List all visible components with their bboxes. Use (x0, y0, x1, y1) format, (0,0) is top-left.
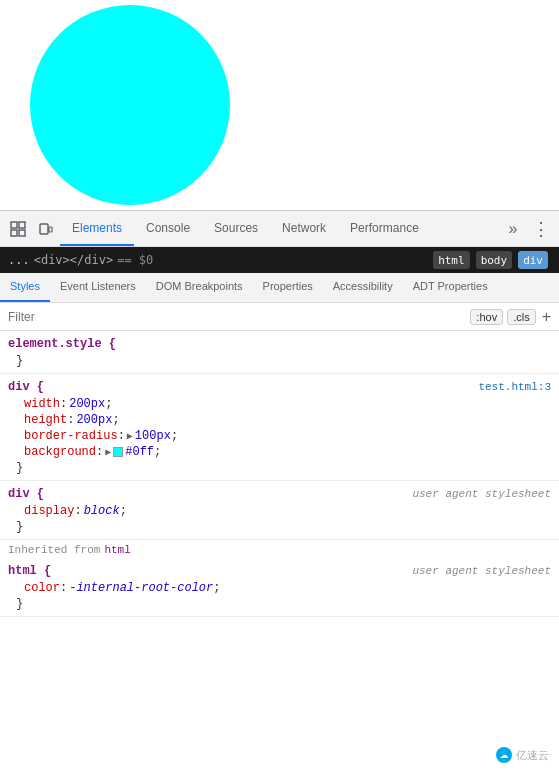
inherited-from-label: Inherited from html (0, 540, 559, 558)
prop-background: background : ▶ #0ff; (8, 444, 551, 460)
div-close-brace: } (8, 460, 551, 476)
style-close-brace: } (8, 353, 551, 369)
watermark-icon: ☁ (496, 747, 512, 763)
watermark-text: 亿速云 (516, 748, 549, 763)
devtools-tab-list: Elements Console Sources Network Perform… (60, 211, 499, 246)
watermark: ☁ 亿速云 (496, 747, 549, 763)
subtab-accessibility[interactable]: Accessibility (323, 273, 403, 302)
style-selector-ua-div: div { (8, 487, 44, 501)
sub-tab-list: Styles Event Listeners DOM Breakpoints P… (0, 273, 559, 303)
prop-border-radius: border-radius : ▶ 100px; (8, 428, 551, 444)
breadcrumb-body[interactable]: body (476, 251, 513, 269)
breadcrumb-html[interactable]: html (433, 251, 470, 269)
tab-network[interactable]: Network (270, 211, 338, 246)
devtools-toolbar: Elements Console Sources Network Perform… (0, 211, 559, 247)
breadcrumb-text: <div></div> (34, 253, 113, 267)
cls-button[interactable]: .cls (507, 309, 536, 325)
style-section-html-ua: html { user agent stylesheet color : -in… (0, 558, 559, 617)
device-toggle-icon[interactable] (32, 215, 60, 243)
breadcrumb-selected: == $0 (117, 253, 153, 267)
ua-close-brace: } (8, 519, 551, 535)
style-source-ua: user agent stylesheet (412, 488, 551, 500)
tab-console[interactable]: Console (134, 211, 202, 246)
svg-rect-4 (40, 224, 48, 234)
subtab-event-listeners[interactable]: Event Listeners (50, 273, 146, 302)
prop-height: height : 200px; (8, 412, 551, 428)
prop-width: width : 200px; (8, 396, 551, 412)
subtab-properties[interactable]: Properties (253, 273, 323, 302)
add-style-button[interactable]: + (542, 308, 551, 326)
filter-input[interactable] (8, 310, 470, 324)
style-section-div: div { test.html:3 width : 200px; height … (0, 374, 559, 481)
expand-arrow[interactable]: ▶ (127, 430, 133, 442)
inspect-icon[interactable] (4, 215, 32, 243)
prop-display: display : block; (8, 503, 551, 519)
filter-bar: :hov .cls + (0, 303, 559, 331)
svg-rect-3 (19, 230, 25, 236)
svg-rect-2 (19, 222, 25, 228)
more-tabs-button[interactable]: » (499, 215, 527, 243)
subtab-adt-properties[interactable]: ADT Properties (403, 273, 498, 302)
color-swatch[interactable] (113, 447, 123, 457)
svg-rect-1 (11, 230, 17, 236)
inherited-from-tag[interactable]: html (104, 544, 130, 556)
style-source-html-ua: user agent stylesheet (412, 565, 551, 577)
subtab-styles[interactable]: Styles (0, 273, 50, 302)
devtools-menu-button[interactable]: ⋮ (527, 215, 555, 243)
html-close-brace: } (8, 596, 551, 612)
preview-area (0, 0, 559, 210)
preview-circle (30, 5, 230, 205)
tab-sources[interactable]: Sources (202, 211, 270, 246)
styles-content: element.style { } div { test.html:3 widt… (0, 331, 559, 773)
style-section-ua: div { user agent stylesheet display : bl… (0, 481, 559, 540)
svg-rect-0 (11, 222, 17, 228)
style-selector-html: html { (8, 564, 51, 578)
filter-buttons: :hov .cls + (470, 308, 551, 326)
style-selector-div: div { (8, 380, 44, 394)
subtab-dom-breakpoints[interactable]: DOM Breakpoints (146, 273, 253, 302)
breadcrumb-bar: ... <div></div> == $0 html body div (0, 247, 559, 273)
breadcrumb-dots: ... (8, 253, 30, 267)
style-source-testhtml[interactable]: test.html:3 (478, 381, 551, 393)
tab-elements[interactable]: Elements (60, 211, 134, 246)
style-section-element: element.style { } (0, 331, 559, 374)
tab-performance[interactable]: Performance (338, 211, 431, 246)
prop-color: color : -internal-root-color; (8, 580, 551, 596)
devtools-panel: Elements Console Sources Network Perform… (0, 210, 559, 773)
style-selector: element.style { (8, 337, 116, 351)
breadcrumb-div[interactable]: div (518, 251, 548, 269)
svg-rect-5 (49, 227, 52, 232)
hov-button[interactable]: :hov (470, 309, 503, 325)
expand-arrow-bg[interactable]: ▶ (105, 446, 111, 458)
